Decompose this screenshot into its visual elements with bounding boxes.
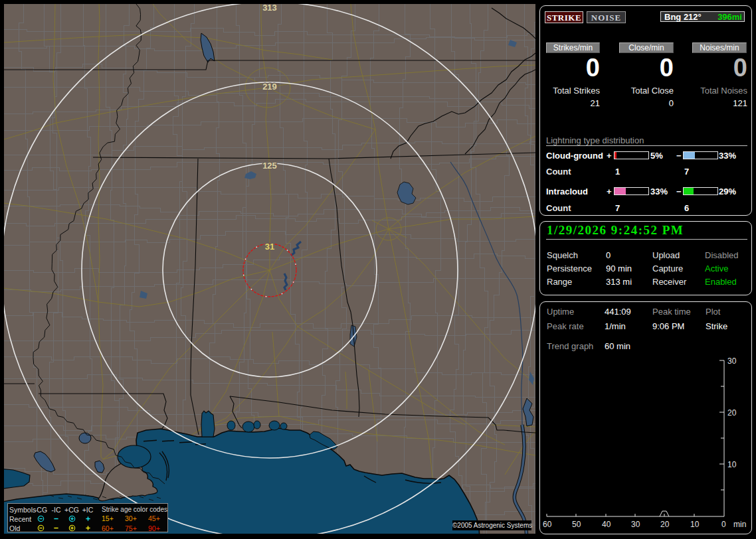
svg-text:0: 0 xyxy=(721,520,726,529)
svg-text:60: 60 xyxy=(543,520,552,529)
svg-text:313: 313 xyxy=(262,4,277,13)
svg-text:40: 40 xyxy=(602,520,611,529)
svg-text:50: 50 xyxy=(572,520,581,529)
svg-text:30: 30 xyxy=(727,356,737,366)
svg-text:219: 219 xyxy=(262,82,277,92)
svg-text:31: 31 xyxy=(265,242,274,252)
svg-text:125: 125 xyxy=(262,161,277,171)
svg-text:min: min xyxy=(733,520,746,529)
svg-text:30: 30 xyxy=(631,520,640,529)
svg-text:10: 10 xyxy=(727,460,737,469)
svg-text:20: 20 xyxy=(727,408,737,418)
svg-text:20: 20 xyxy=(660,520,670,529)
svg-text:10: 10 xyxy=(690,520,700,529)
